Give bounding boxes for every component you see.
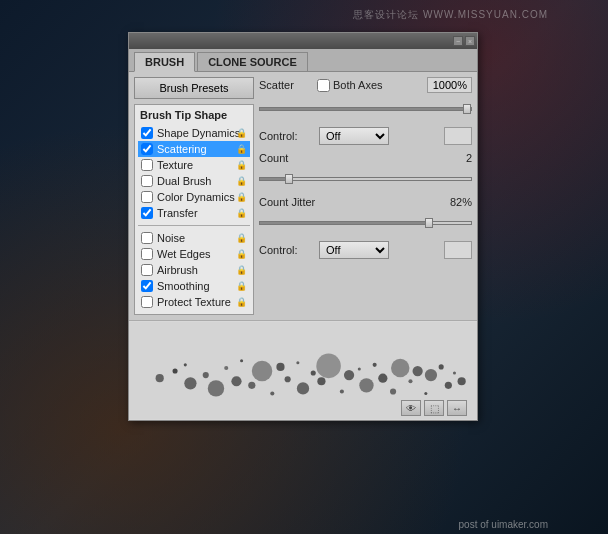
svg-point-29 — [413, 366, 423, 376]
checkbox-transfer[interactable] — [141, 207, 153, 219]
checkbox-scattering[interactable] — [141, 143, 153, 155]
scatter-value: 1000% — [427, 77, 472, 93]
preview-square-button[interactable]: ⬚ — [424, 400, 444, 416]
brush-item-airbrush[interactable]: Airbrush 🔒 — [138, 262, 250, 278]
lock-icon: 🔒 — [236, 192, 247, 202]
svg-point-16 — [297, 382, 309, 394]
count-jitter-slider-thumb[interactable] — [425, 218, 433, 228]
checkbox-texture[interactable] — [141, 159, 153, 171]
right-panel: Scatter Both Axes 1000% Control: Off — [259, 77, 472, 315]
checkbox-wet-edges[interactable] — [141, 248, 153, 260]
lock-icon: 🔒 — [236, 281, 247, 291]
checkbox-shape-dynamics[interactable] — [141, 127, 153, 139]
brush-item-label: Noise — [157, 232, 185, 244]
count-jitter-value: 82% — [444, 196, 472, 208]
svg-point-31 — [425, 369, 437, 381]
count-row: Count 2 — [259, 152, 472, 164]
both-axes-label[interactable]: Both Axes — [317, 79, 383, 92]
control1-select[interactable]: Off — [319, 127, 389, 145]
lock-icon: 🔒 — [236, 265, 247, 275]
scatter-label: Scatter — [259, 79, 309, 91]
lock-icon: 🔒 — [236, 160, 247, 170]
scatter-slider-track[interactable] — [259, 107, 472, 111]
lock-icon: 🔒 — [236, 128, 247, 138]
svg-point-15 — [296, 361, 299, 364]
brush-item-noise[interactable]: Noise 🔒 — [138, 230, 250, 246]
close-button[interactable]: × — [465, 36, 475, 46]
brush-item-shape-dynamics[interactable]: Shape Dynamics 🔒 — [138, 125, 250, 141]
brush-item-label: Transfer — [157, 207, 198, 219]
checkbox-smoothing[interactable] — [141, 280, 153, 292]
brush-item-transfer[interactable]: Transfer 🔒 — [138, 205, 250, 221]
svg-point-20 — [340, 389, 344, 393]
svg-point-11 — [252, 361, 272, 381]
checkbox-color-dynamics[interactable] — [141, 191, 153, 203]
svg-point-9 — [240, 359, 243, 362]
brush-item-protect-texture[interactable]: Protect Texture 🔒 — [138, 294, 250, 310]
brush-item-texture[interactable]: Texture 🔒 — [138, 157, 250, 173]
svg-point-33 — [445, 382, 452, 389]
watermark-text: 思客设计论坛 WWW.MISSYUAN.COM — [353, 8, 548, 22]
lock-icon: 🔒 — [236, 233, 247, 243]
brush-panel: − × BRUSH CLONE SOURCE Brush Presets Bru… — [128, 32, 478, 421]
svg-point-17 — [311, 371, 316, 376]
lock-icon: 🔒 — [236, 176, 247, 186]
count-slider-container — [259, 171, 472, 187]
checkbox-airbrush[interactable] — [141, 264, 153, 276]
preview-eye-button[interactable]: 👁 — [401, 400, 421, 416]
brush-item-label: Airbrush — [157, 264, 198, 276]
checkbox-noise[interactable] — [141, 232, 153, 244]
scatter-row: Scatter Both Axes 1000% — [259, 77, 472, 93]
panel-body: Brush Presets Brush Tip Shape Shape Dyna… — [129, 72, 477, 320]
count-slider-track[interactable] — [259, 177, 472, 181]
count-slider-thumb[interactable] — [285, 174, 293, 184]
both-axes-checkbox[interactable] — [317, 79, 330, 92]
eye-icon: 👁 — [406, 403, 416, 414]
brush-presets-button[interactable]: Brush Presets — [134, 77, 254, 99]
svg-point-18 — [317, 377, 325, 385]
control2-label: Control: — [259, 244, 314, 256]
count-jitter-slider-track[interactable] — [259, 221, 472, 225]
left-panel: Brush Presets Brush Tip Shape Shape Dyna… — [134, 77, 254, 315]
brush-item-smoothing[interactable]: Smoothing 🔒 — [138, 278, 250, 294]
control1-value-box — [444, 127, 472, 145]
count-label: Count — [259, 152, 329, 164]
divider — [138, 225, 250, 226]
preview-area: 👁 ⬚ ↔ — [129, 320, 477, 420]
count-value: 2 — [444, 152, 472, 164]
brush-item-label: Protect Texture — [157, 296, 231, 308]
svg-point-12 — [270, 391, 274, 395]
svg-point-4 — [184, 363, 187, 366]
credit-text: post of uimaker.com — [459, 519, 548, 530]
brush-item-wet-edges[interactable]: Wet Edges 🔒 — [138, 246, 250, 262]
svg-point-6 — [208, 380, 224, 396]
brush-item-dual-brush[interactable]: Dual Brush 🔒 — [138, 173, 250, 189]
grid-icon: ⬚ — [430, 403, 439, 414]
svg-point-5 — [203, 372, 209, 378]
lock-icon: 🔒 — [236, 208, 247, 218]
resize-icon: ↔ — [452, 403, 462, 414]
brush-item-label: Color Dynamics — [157, 191, 235, 203]
scatter-slider-container — [259, 101, 472, 117]
scatter-slider-thumb[interactable] — [463, 104, 471, 114]
brush-item-label: Shape Dynamics — [157, 127, 240, 139]
svg-point-23 — [359, 378, 373, 392]
svg-point-32 — [439, 364, 444, 369]
brush-item-color-dynamics[interactable]: Color Dynamics 🔒 — [138, 189, 250, 205]
svg-point-13 — [276, 363, 284, 371]
preview-arrow-button[interactable]: ↔ — [447, 400, 467, 416]
svg-point-26 — [390, 388, 396, 394]
svg-point-3 — [184, 377, 196, 389]
brush-item-label: Smoothing — [157, 280, 210, 292]
tabs-row: BRUSH CLONE SOURCE — [129, 49, 477, 72]
tab-brush[interactable]: BRUSH — [134, 52, 195, 72]
svg-point-19 — [316, 354, 341, 379]
control2-select[interactable]: Off — [319, 241, 389, 259]
minimize-button[interactable]: − — [453, 36, 463, 46]
checkbox-protect-texture[interactable] — [141, 296, 153, 308]
control1-label: Control: — [259, 130, 314, 142]
svg-point-8 — [231, 376, 241, 386]
brush-item-scattering[interactable]: Scattering 🔒 — [138, 141, 250, 157]
checkbox-dual-brush[interactable] — [141, 175, 153, 187]
tab-clone-source[interactable]: CLONE SOURCE — [197, 52, 308, 71]
